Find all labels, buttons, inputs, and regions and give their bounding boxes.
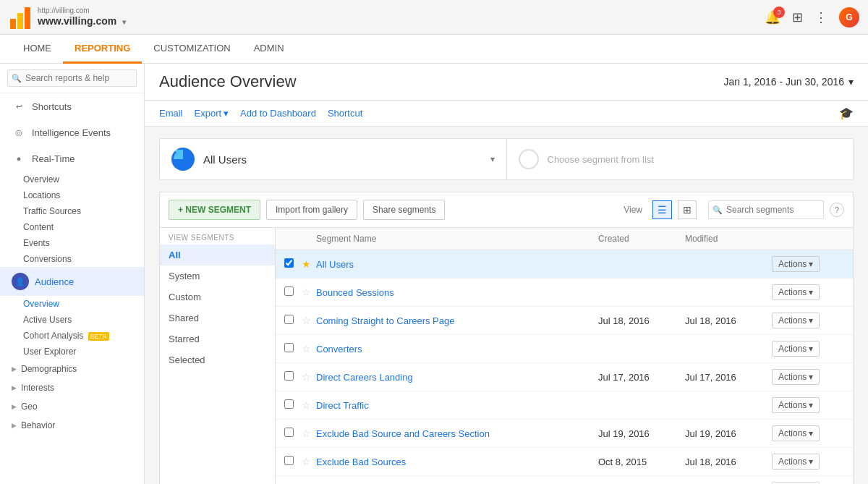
sidebar-search-area: 🔍 xyxy=(0,64,144,93)
row-name-all-users[interactable]: All Users xyxy=(316,259,598,270)
segment-search-area: 🔍 xyxy=(708,200,824,219)
left-panel-item-system[interactable]: System xyxy=(160,266,275,286)
left-panel-item-shared[interactable]: Shared xyxy=(160,307,275,328)
segment-table: Segment Name Created Modified ★ All User… xyxy=(276,228,853,484)
nav-admin[interactable]: ADMIN xyxy=(242,35,296,64)
sidebar-sub-content[interactable]: Content xyxy=(0,219,144,235)
share-segments-button[interactable]: Share segments xyxy=(363,200,445,220)
sidebar-search-input[interactable] xyxy=(7,69,137,87)
left-panel-item-starred[interactable]: Starred xyxy=(160,328,275,349)
nav-reporting[interactable]: REPORTING xyxy=(63,35,142,64)
top-bar: http://villing.com www.villing.com ▾ 🔔 3… xyxy=(0,0,868,35)
actions-dropdown-icon: ▾ xyxy=(809,400,813,410)
actions-button[interactable]: Actions ▾ xyxy=(772,284,820,300)
segment-help-button[interactable]: ? xyxy=(830,203,844,217)
page-title: Audience Overview xyxy=(159,72,297,91)
nav-home[interactable]: HOME xyxy=(12,35,63,64)
shortcuts-icon: ↩ xyxy=(12,99,26,114)
segment-name-1: All Users xyxy=(203,153,482,166)
sidebar-sub-user-explorer[interactable]: User Explorer xyxy=(0,344,144,360)
actions-button[interactable]: Actions ▾ xyxy=(772,454,820,470)
demographics-expand-icon: ▶ xyxy=(12,365,17,373)
sidebar-sub-locations[interactable]: Locations xyxy=(0,187,144,203)
interests-expand-icon: ▶ xyxy=(12,384,17,391)
sidebar-item-realtime[interactable]: ● Real-Time xyxy=(0,145,144,171)
row-checkbox-all-users[interactable] xyxy=(284,258,302,270)
export-dropdown-icon: ▾ xyxy=(224,108,229,119)
sidebar-item-audience[interactable]: 👤 Audience xyxy=(0,267,144,296)
actions-button[interactable]: Actions ▾ xyxy=(772,313,820,328)
table-row: ☆ Direct Traffic Actions ▾ xyxy=(276,391,853,420)
table-row: ☆ Exclude Bad Source and Careers Section… xyxy=(276,420,853,448)
site-dropdown-arrow[interactable]: ▾ xyxy=(122,18,126,26)
notification-button[interactable]: 🔔 3 xyxy=(765,9,780,25)
actions-dropdown-icon: ▾ xyxy=(809,259,813,269)
actions-button[interactable]: Actions ▾ xyxy=(772,397,820,413)
segment-spinner-2 xyxy=(519,149,539,169)
app-layout: 🔍 ↩ Shortcuts ◎ Intelligence Events ● Re… xyxy=(0,64,868,484)
col-header-created: Created xyxy=(598,234,685,244)
sidebar-sub-cohort-analysis[interactable]: Cohort Analysis BETA xyxy=(0,328,144,344)
sidebar-expandable-demographics[interactable]: ▶ Demographics xyxy=(0,360,144,378)
nav-customization[interactable]: CUSTOMIZATION xyxy=(142,35,242,64)
user-avatar[interactable]: G xyxy=(839,7,859,27)
sidebar-sub-events[interactable]: Events xyxy=(0,235,144,251)
svg-rect-2 xyxy=(25,7,30,29)
sidebar-sub-overview[interactable]: Overview xyxy=(0,171,144,187)
apps-button[interactable]: ⊞ xyxy=(792,9,803,25)
sidebar-expandable-behavior[interactable]: ▶ Behavior xyxy=(0,416,144,435)
sidebar: 🔍 ↩ Shortcuts ◎ Intelligence Events ● Re… xyxy=(0,64,145,484)
sidebar-sub-conversions[interactable]: Conversions xyxy=(0,251,144,267)
analytics-logo xyxy=(9,6,32,29)
sidebar-sub-audience-overview[interactable]: Overview xyxy=(0,296,144,312)
sidebar-item-intelligence-events[interactable]: ◎ Intelligence Events xyxy=(0,119,144,145)
actions-dropdown-icon: ▾ xyxy=(809,372,813,382)
row-actions-all-users[interactable]: Actions ▾ xyxy=(772,256,844,272)
row-star-all-users[interactable]: ★ xyxy=(302,258,316,270)
sidebar-sub-traffic-sources[interactable]: Traffic Sources xyxy=(0,203,144,219)
actions-dropdown-icon: ▾ xyxy=(809,287,813,297)
hat-icon[interactable]: 🎓 xyxy=(839,106,854,120)
import-from-gallery-button[interactable]: Import from gallery xyxy=(266,200,357,220)
add-to-dashboard-link[interactable]: Add to Dashboard xyxy=(240,108,316,119)
table-row: ☆ Converters Actions ▾ xyxy=(276,335,853,363)
left-panel-item-custom[interactable]: Custom xyxy=(160,286,275,307)
table-row: ☆ Bounced Sessions Actions ▾ xyxy=(276,279,853,307)
left-panel-item-all[interactable]: All xyxy=(160,245,275,266)
actions-button-all-users[interactable]: Actions ▾ xyxy=(772,256,820,272)
site-url-main[interactable]: www.villing.com ▾ xyxy=(38,15,126,27)
segment-selector-2[interactable]: Choose segment from list xyxy=(507,139,854,179)
sidebar-expandable-interests[interactable]: ▶ Interests xyxy=(0,378,144,397)
segment-dropdown-icon[interactable]: ▾ xyxy=(490,154,495,164)
segment-spinner-1 xyxy=(171,148,195,171)
sidebar-expandable-geo[interactable]: ▶ Geo xyxy=(0,397,144,416)
segment-selector-1[interactable]: All Users ▾ xyxy=(160,139,507,179)
view-grid-button[interactable]: ⊞ xyxy=(678,200,697,219)
date-range-dropdown-icon: ▾ xyxy=(848,76,854,88)
segment-area: All Users ▾ Choose segment from list xyxy=(159,138,854,180)
svg-rect-0 xyxy=(10,19,16,29)
table-row: ☆ Coming Straight to Careers Page Jul 18… xyxy=(276,307,853,335)
table-row: ☆ Direct Careers Landing Jul 17, 2016 Ju… xyxy=(276,363,853,391)
segment-table-area: + NEW SEGMENT Import from gallery Share … xyxy=(159,192,854,484)
svg-rect-1 xyxy=(17,13,23,29)
export-link[interactable]: Export ▾ xyxy=(195,108,229,119)
segment-search-icon: 🔍 xyxy=(712,205,723,215)
segment-left-panel: VIEW SEGMENTS All System Custom Shared S… xyxy=(160,228,276,484)
table-row: ☆ ibelievingoshan.com Referrals Jul 17, … xyxy=(276,476,853,484)
segment-body: VIEW SEGMENTS All System Custom Shared S… xyxy=(160,228,853,484)
shortcut-link[interactable]: Shortcut xyxy=(328,108,362,119)
view-list-button[interactable]: ☰ xyxy=(652,200,672,219)
email-link[interactable]: Email xyxy=(159,108,183,119)
segment-search-input[interactable] xyxy=(708,200,824,219)
actions-button[interactable]: Actions ▾ xyxy=(772,341,820,357)
table-header: Segment Name Created Modified xyxy=(276,228,853,250)
new-segment-button[interactable]: + NEW SEGMENT xyxy=(169,200,260,220)
sidebar-item-shortcuts[interactable]: ↩ Shortcuts xyxy=(0,93,144,119)
more-options-button[interactable]: ⋮ xyxy=(814,9,827,25)
actions-button[interactable]: Actions ▾ xyxy=(772,369,820,385)
left-panel-item-selected[interactable]: Selected xyxy=(160,349,275,370)
sidebar-sub-active-users[interactable]: Active Users xyxy=(0,312,144,328)
date-range-picker[interactable]: Jan 1, 2016 - Jun 30, 2016 ▾ xyxy=(723,76,854,88)
actions-button[interactable]: Actions ▾ xyxy=(772,425,820,441)
